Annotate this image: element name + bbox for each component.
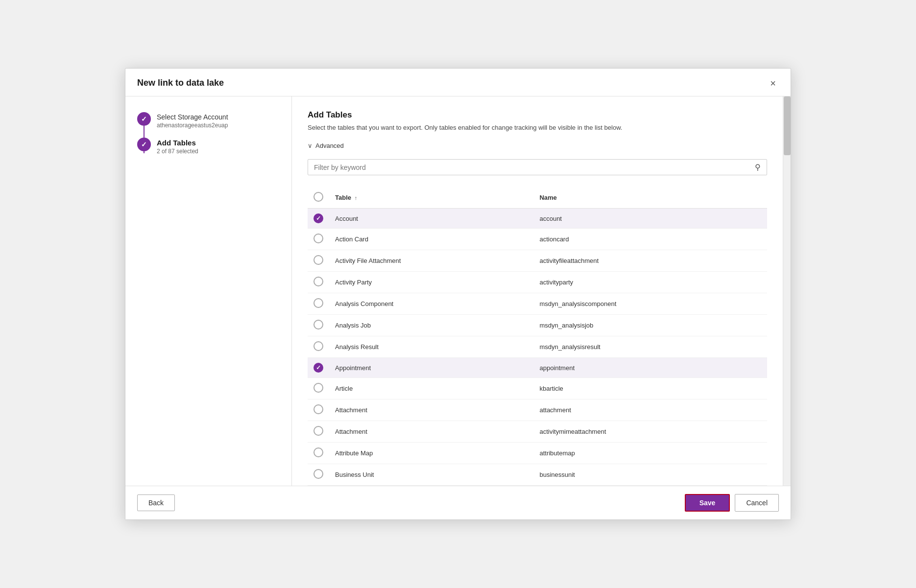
row-radio[interactable] — [313, 298, 323, 308]
table-row: Analysis Resultmsdyn_analysisresult — [308, 336, 767, 358]
row-checkbox-cell — [308, 209, 329, 229]
save-button[interactable]: Save — [685, 494, 730, 512]
row-table-name: Activity File Attachment — [329, 250, 533, 272]
step-1: ✓ Select Storage Account athenastorageea… — [137, 112, 280, 155]
scrollbar-thumb[interactable] — [784, 96, 791, 155]
row-table-name: Attachment — [329, 400, 533, 421]
step-1-row: ✓ Select Storage Account athenastorageea… — [137, 112, 280, 129]
table-row: Analysis Componentmsdyn_analysiscomponen… — [308, 293, 767, 315]
row-checkbox-cell — [308, 229, 329, 250]
row-name: msdyn_analysiscomponent — [533, 293, 767, 315]
tables-table: Table ↑ Name AccountaccountAction Cardac… — [308, 187, 767, 486]
search-row: ⚲ — [308, 159, 767, 175]
table-header-row: Table ↑ Name — [308, 187, 767, 209]
sort-icon[interactable]: ↑ — [355, 195, 358, 201]
row-checkbox-cell — [308, 336, 329, 358]
row-radio[interactable] — [313, 363, 323, 373]
footer-right: Save Cancel — [685, 494, 779, 512]
row-table-name: Attachment — [329, 421, 533, 443]
advanced-row[interactable]: ∨ Advanced — [308, 142, 767, 149]
search-icon: ⚲ — [755, 163, 761, 172]
table-row: Attachmentactivitymimeattachment — [308, 421, 767, 443]
step-2-info: Add Tables 2 of 87 selected — [157, 139, 198, 155]
table-container: Table ↑ Name AccountaccountAction Cardac… — [308, 187, 767, 486]
row-checkbox-cell — [308, 443, 329, 464]
row-name: activityparty — [533, 272, 767, 293]
row-table-name: Account — [329, 209, 533, 229]
row-table-name: Action Card — [329, 229, 533, 250]
row-name: activitymimeattachment — [533, 421, 767, 443]
row-name: actioncard — [533, 229, 767, 250]
step-2-row: ✓ Add Tables 2 of 87 selected — [137, 138, 280, 155]
table-row: Activity File Attachmentactivityfileatta… — [308, 250, 767, 272]
row-name: attachment — [533, 400, 767, 421]
row-radio[interactable] — [313, 469, 323, 479]
row-checkbox-cell — [308, 272, 329, 293]
row-radio[interactable] — [313, 277, 323, 286]
row-name: attributemap — [533, 443, 767, 464]
row-table-name: Analysis Job — [329, 315, 533, 336]
cancel-button[interactable]: Cancel — [735, 494, 779, 512]
step-2-label: Add Tables — [157, 139, 198, 147]
modal-header: New link to data lake × — [125, 69, 791, 96]
row-table-name: Activity Party — [329, 272, 533, 293]
row-table-name: Appointment — [329, 358, 533, 378]
col-header-table: Table ↑ — [329, 187, 533, 209]
row-radio[interactable] — [313, 234, 323, 243]
row-radio[interactable] — [313, 426, 323, 436]
modal-title: New link to data lake — [137, 78, 224, 88]
row-name: businessunit — [533, 464, 767, 486]
step-2-circle: ✓ — [137, 138, 151, 151]
step-1-info: Select Storage Account athenastorageeast… — [157, 113, 228, 129]
row-radio[interactable] — [313, 341, 323, 351]
advanced-label: Advanced — [315, 142, 344, 149]
step-2-sublabel: 2 of 87 selected — [157, 148, 198, 155]
row-radio[interactable] — [313, 404, 323, 414]
table-row: Action Cardactioncard — [308, 229, 767, 250]
table-row: Attribute Mapattributemap — [308, 443, 767, 464]
search-input[interactable] — [314, 164, 755, 171]
row-name: msdyn_analysisjob — [533, 315, 767, 336]
table-row: Activity Partyactivityparty — [308, 272, 767, 293]
section-title: Add Tables — [308, 110, 767, 120]
table-row: Articlekbarticle — [308, 378, 767, 400]
row-name: msdyn_analysisresult — [533, 336, 767, 358]
step-1-circle: ✓ — [137, 112, 151, 126]
sidebar: ✓ Select Storage Account athenastorageea… — [125, 96, 292, 486]
row-checkbox-cell — [308, 400, 329, 421]
row-checkbox-cell — [308, 421, 329, 443]
table-body: AccountaccountAction CardactioncardActiv… — [308, 209, 767, 486]
back-button[interactable]: Back — [137, 494, 175, 511]
col-header-checkbox[interactable] — [308, 187, 329, 209]
table-row: Accountaccount — [308, 209, 767, 229]
step-1-label: Select Storage Account — [157, 113, 228, 121]
row-name: account — [533, 209, 767, 229]
step-2-check-icon: ✓ — [141, 141, 147, 148]
modal-body: ✓ Select Storage Account athenastorageea… — [125, 96, 791, 486]
table-row: Analysis Jobmsdyn_analysisjob — [308, 315, 767, 336]
scrollbar-track[interactable] — [783, 96, 791, 486]
row-checkbox-cell — [308, 315, 329, 336]
row-checkbox-cell — [308, 378, 329, 400]
modal: New link to data lake × ✓ Select Storage… — [125, 68, 791, 520]
row-checkbox-cell — [308, 464, 329, 486]
row-radio[interactable] — [313, 320, 323, 329]
modal-footer: Back Save Cancel — [125, 486, 791, 519]
row-radio[interactable] — [313, 447, 323, 457]
close-button[interactable]: × — [767, 77, 779, 89]
row-table-name: Attribute Map — [329, 443, 533, 464]
table-row: Attachmentattachment — [308, 400, 767, 421]
row-checkbox-cell — [308, 358, 329, 378]
row-radio[interactable] — [313, 213, 323, 223]
row-name: kbarticle — [533, 378, 767, 400]
step-1-sublabel: athenastorageeastus2euap — [157, 122, 228, 129]
row-name: appointment — [533, 358, 767, 378]
table-row: Business Unitbusinessunit — [308, 464, 767, 486]
row-radio[interactable] — [313, 383, 323, 393]
header-radio[interactable] — [313, 192, 323, 202]
section-desc: Select the tables that you want to expor… — [308, 123, 767, 133]
row-table-name: Business Unit — [329, 464, 533, 486]
row-radio[interactable] — [313, 255, 323, 265]
chevron-down-icon: ∨ — [308, 142, 313, 149]
row-checkbox-cell — [308, 250, 329, 272]
